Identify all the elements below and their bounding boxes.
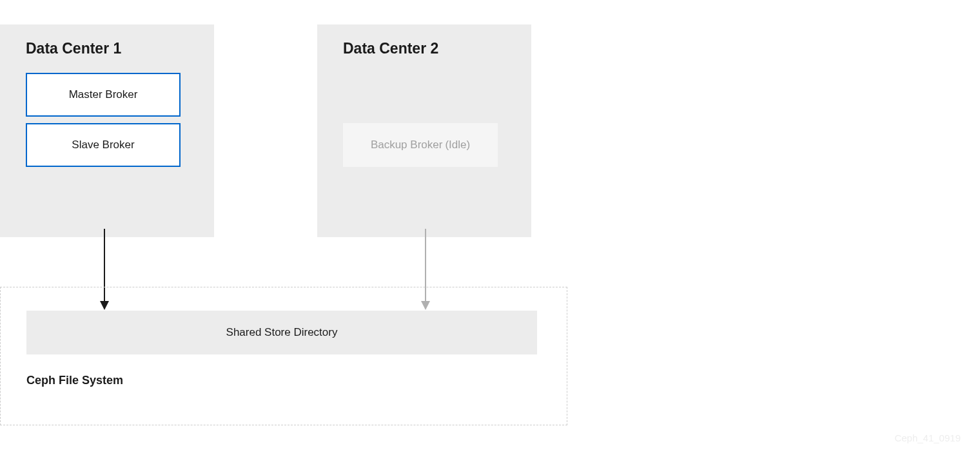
spacer [343, 73, 505, 117]
slave-broker-box: Slave Broker [26, 123, 181, 167]
ceph-fs-label: Ceph File System [26, 374, 541, 387]
backup-broker-idle: (Idle) [445, 139, 470, 151]
master-broker-box: Master Broker [26, 73, 181, 117]
backup-broker-box: Backup Broker (Idle) [343, 123, 498, 167]
data-center-2-panel: Data Center 2 Backup Broker (Idle) [317, 24, 531, 237]
ceph-container: Shared Store Directory Ceph File System [0, 287, 567, 425]
dc2-title: Data Center 2 [343, 40, 505, 57]
shared-store-label: Shared Store Directory [226, 326, 338, 339]
watermark: Ceph_41_0919 [894, 432, 961, 443]
shared-store-box: Shared Store Directory [26, 311, 537, 354]
slave-broker-label: Slave Broker [72, 139, 134, 151]
data-center-1-panel: Data Center 1 Master Broker Slave Broker [0, 24, 214, 237]
backup-broker-label: Backup Broker [371, 139, 443, 151]
dc1-title: Data Center 1 [26, 40, 188, 57]
master-broker-label: Master Broker [69, 88, 138, 101]
